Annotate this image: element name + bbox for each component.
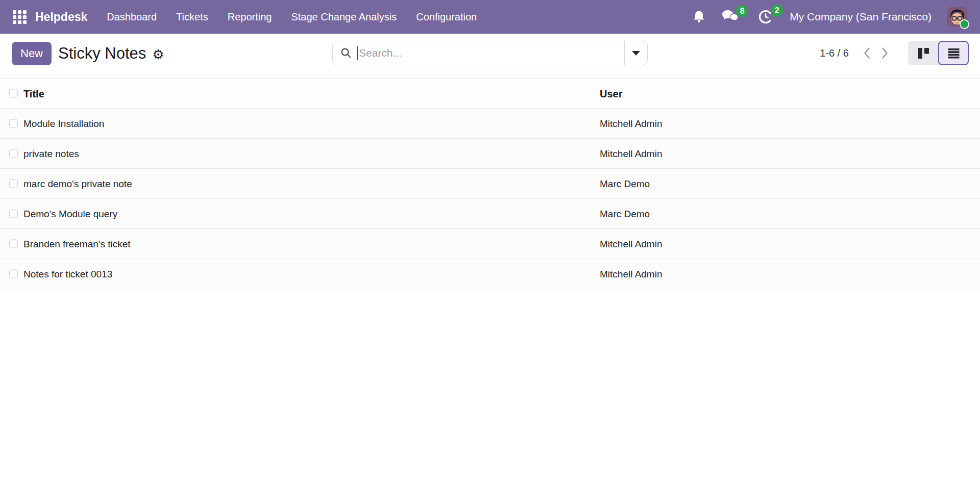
bell-icon xyxy=(692,10,706,24)
kanban-icon xyxy=(918,47,929,59)
pager-next-button[interactable] xyxy=(881,46,889,60)
company-switcher[interactable]: My Company (San Francisco) xyxy=(790,11,932,23)
sticky-notes-list: Title User Module InstallationMitchell A… xyxy=(0,78,980,289)
search-input[interactable] xyxy=(358,41,624,65)
table-row[interactable]: Branden freeman's ticketMitchell Admin xyxy=(0,229,980,259)
user-avatar[interactable] xyxy=(947,7,967,27)
row-checkbox[interactable] xyxy=(9,270,18,278)
search-icon xyxy=(340,47,352,59)
list-view-button[interactable] xyxy=(938,41,969,65)
search-bar xyxy=(332,41,648,65)
menu-item-tickets[interactable]: Tickets xyxy=(175,8,209,26)
cell-title: Branden freeman's ticket xyxy=(23,229,131,259)
cell-user: Marc Demo xyxy=(600,199,650,229)
cell-title: marc demo's private note xyxy=(23,169,132,199)
cell-title: Module Installation xyxy=(23,109,104,139)
page-title: Sticky Notes xyxy=(58,44,146,63)
chevron-left-icon xyxy=(863,46,871,60)
row-checkbox[interactable] xyxy=(9,240,18,248)
cell-user: Mitchell Admin xyxy=(600,229,663,259)
menu-item-stage-change-analysis[interactable]: Stage Change Analysis xyxy=(290,8,398,26)
navbar-right: 8 2 My Company (San Francisco) xyxy=(692,0,967,34)
cell-title: Notes for ticket 0013 xyxy=(23,259,112,289)
top-navbar: Helpdesk DashboardTicketsReportingStage … xyxy=(0,0,980,34)
cell-title: Demo's Module query xyxy=(23,199,117,229)
pager-previous-button[interactable] xyxy=(863,46,871,60)
row-checkbox[interactable] xyxy=(9,210,18,218)
table-row[interactable]: Module InstallationMitchell Admin xyxy=(0,109,980,139)
select-all-checkbox[interactable] xyxy=(9,89,18,98)
pager-and-views: 1-6 / 6 xyxy=(820,41,969,65)
messages-button[interactable]: 8 xyxy=(721,9,740,24)
cell-user: Mitchell Admin xyxy=(600,259,663,289)
table-row[interactable]: Notes for ticket 0013Mitchell Admin xyxy=(0,259,980,289)
kanban-view-button[interactable] xyxy=(908,41,939,65)
navbar-left: Helpdesk DashboardTicketsReportingStage … xyxy=(11,0,478,34)
row-checkbox[interactable] xyxy=(9,149,18,158)
cell-user: Mitchell Admin xyxy=(600,109,663,139)
online-status-dot xyxy=(960,19,969,29)
search-options-toggle[interactable] xyxy=(624,41,647,65)
menu-item-dashboard[interactable]: Dashboard xyxy=(106,8,158,26)
app-name-helpdesk[interactable]: Helpdesk xyxy=(35,10,87,24)
table-row[interactable]: Demo's Module queryMarc Demo xyxy=(0,199,980,229)
new-button[interactable]: New xyxy=(12,42,52,65)
chevron-right-icon xyxy=(881,46,889,60)
row-checkbox[interactable] xyxy=(9,180,18,188)
activities-button[interactable]: 2 xyxy=(758,9,774,25)
messages-count-badge: 8 xyxy=(736,5,748,17)
column-header-user[interactable]: User xyxy=(600,79,622,109)
table-body: Module InstallationMitchell Adminprivate… xyxy=(0,109,980,289)
control-panel: New Sticky Notes ⚙ 1-6 / 6 xyxy=(0,34,980,78)
cell-title: private notes xyxy=(23,139,79,169)
activities-count-badge: 2 xyxy=(771,5,783,17)
main-menu: DashboardTicketsReportingStage Change An… xyxy=(106,8,478,26)
actions-gear-button[interactable]: ⚙ xyxy=(152,46,164,61)
menu-item-configuration[interactable]: Configuration xyxy=(415,8,478,26)
cell-user: Marc Demo xyxy=(600,169,650,199)
table-row[interactable]: marc demo's private noteMarc Demo xyxy=(0,169,980,199)
menu-item-reporting[interactable]: Reporting xyxy=(227,8,273,26)
row-checkbox[interactable] xyxy=(9,119,18,128)
pager-range[interactable]: 1-6 / 6 xyxy=(820,47,849,59)
table-header-row: Title User xyxy=(0,78,980,109)
table-row[interactable]: private notesMitchell Admin xyxy=(0,139,980,169)
column-header-title[interactable]: Title xyxy=(23,79,44,109)
apps-grid-icon xyxy=(13,10,27,24)
view-switcher xyxy=(908,41,969,65)
notifications-button[interactable] xyxy=(692,10,706,24)
breadcrumb-area: New Sticky Notes ⚙ xyxy=(12,42,164,65)
caret-down-icon xyxy=(632,51,640,56)
cell-user: Mitchell Admin xyxy=(600,139,663,169)
helpdesk-app: Helpdesk DashboardTicketsReportingStage … xyxy=(0,0,980,487)
apps-menu-button[interactable] xyxy=(11,9,28,25)
list-icon xyxy=(948,47,960,59)
